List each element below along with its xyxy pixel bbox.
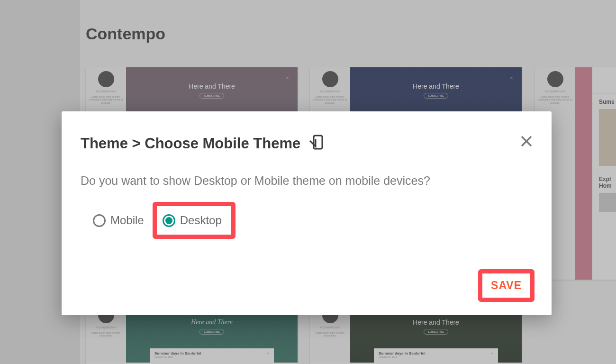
dialog-header: Theme > Choose Mobile Theme — [81, 135, 533, 152]
save-button[interactable]: SAVE — [491, 279, 522, 292]
choose-mobile-theme-dialog: Theme > Choose Mobile Theme Do you want … — [62, 111, 552, 315]
highlight-annotation: SAVE — [478, 269, 534, 302]
radio-icon — [163, 214, 175, 227]
mobile-device-icon — [309, 135, 323, 151]
radio-label: Desktop — [180, 214, 222, 227]
close-icon — [520, 135, 533, 147]
dialog-question: Do you want to show Desktop or Mobile th… — [81, 174, 533, 188]
dialog-title: Theme > Choose Mobile Theme — [81, 135, 300, 152]
radio-label: Mobile — [110, 214, 144, 227]
radio-desktop[interactable]: Desktop — [163, 214, 222, 227]
close-button[interactable] — [520, 135, 533, 150]
radio-group: Mobile Desktop — [93, 202, 533, 239]
highlight-annotation: Desktop — [153, 202, 236, 239]
radio-mobile[interactable]: Mobile — [93, 214, 144, 227]
radio-icon — [93, 214, 106, 227]
